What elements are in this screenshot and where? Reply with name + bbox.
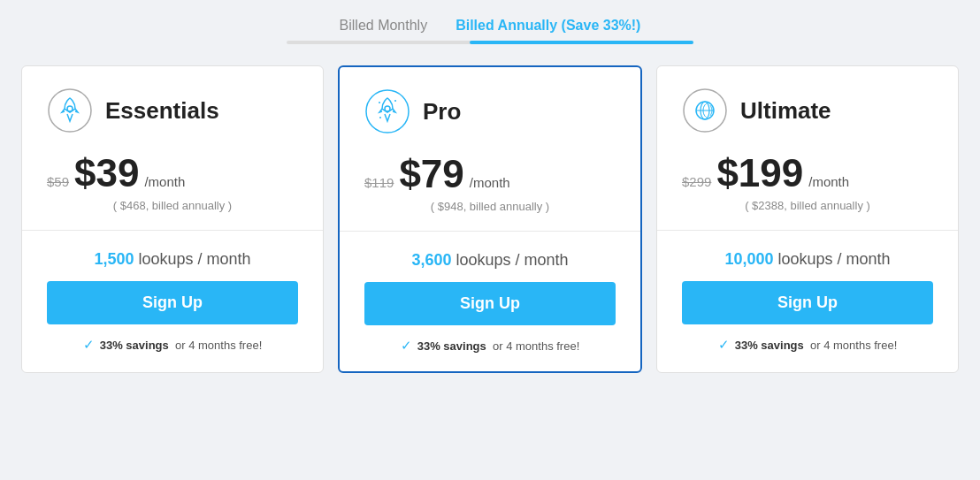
price-row-pro: $119 $79 /month — [364, 152, 616, 196]
card-bottom-pro: 3,600 lookups / month Sign Up ✓ 33% savi… — [340, 232, 640, 371]
plan-name-essentials: Essentials — [105, 97, 219, 125]
savings-highlight-essentials: 33% savings — [100, 339, 169, 352]
svg-point-4 — [379, 102, 380, 103]
new-price-essentials: $39 — [74, 151, 139, 195]
pricing-cards: Essentials $59 $39 /month ( $468, billed… — [21, 65, 959, 373]
lookups-label-pro: lookups / month — [456, 251, 568, 269]
svg-point-0 — [49, 89, 91, 132]
billing-annually[interactable]: Billed Annually (Save 33%!) — [456, 18, 640, 34]
card-top-ultimate: Ultimate $299 $199 /month ( $2388, bille… — [657, 66, 958, 231]
check-icon-pro: ✓ — [401, 338, 412, 354]
new-price-pro: $79 — [399, 152, 463, 196]
svg-point-6 — [379, 117, 381, 118]
lookups-ultimate: 10,000 lookups / month — [724, 250, 890, 269]
savings-text-essentials: 33% savings or 4 months free! — [100, 339, 263, 352]
card-header-ultimate: Ultimate — [682, 88, 933, 133]
per-month-essentials: /month — [144, 174, 185, 189]
billing-slider[interactable] — [287, 41, 693, 44]
old-price-pro: $119 — [364, 175, 394, 190]
signup-button-ultimate[interactable]: Sign Up — [682, 281, 933, 324]
card-bottom-ultimate: 10,000 lookups / month Sign Up ✓ 33% sav… — [657, 231, 958, 370]
savings-highlight-ultimate: 33% savings — [735, 339, 804, 352]
billing-toggle: Billed Monthly Billed Annually (Save 33%… — [340, 18, 641, 34]
savings-note-ultimate: ✓ 33% savings or 4 months free! — [718, 337, 898, 353]
card-bottom-essentials: 1,500 lookups / month Sign Up ✓ 33% savi… — [22, 231, 323, 370]
signup-button-essentials[interactable]: Sign Up — [47, 281, 298, 324]
billing-monthly[interactable]: Billed Monthly — [340, 18, 428, 34]
check-icon-essentials: ✓ — [83, 337, 95, 353]
savings-note-pro: ✓ 33% savings or 4 months free! — [401, 338, 580, 354]
lookups-label-ultimate: lookups / month — [778, 250, 891, 268]
check-icon-ultimate: ✓ — [718, 337, 730, 353]
old-price-essentials: $59 — [47, 174, 69, 189]
annual-note-ultimate: ( $2388, billed annually ) — [682, 199, 933, 212]
lookups-essentials: 1,500 lookups / month — [94, 250, 250, 269]
savings-highlight-pro: 33% savings — [417, 339, 486, 353]
lookups-count-ultimate: 10,000 — [724, 250, 773, 268]
card-top-essentials: Essentials $59 $39 /month ( $468, billed… — [22, 66, 323, 231]
lookups-pro: 3,600 lookups / month — [411, 251, 568, 270]
signup-button-pro[interactable]: Sign Up — [364, 282, 616, 325]
new-price-ultimate: $199 — [716, 151, 803, 195]
price-row-ultimate: $299 $199 /month — [682, 151, 933, 195]
savings-note-essentials: ✓ 33% savings or 4 months free! — [83, 337, 263, 353]
rocket-icon — [47, 88, 93, 133]
per-month-ultimate: /month — [808, 174, 849, 189]
lookups-count-pro: 3,600 — [411, 251, 451, 269]
annual-note-essentials: ( $468, billed annually ) — [47, 199, 298, 212]
card-header-essentials: Essentials — [47, 88, 298, 133]
card-top-pro: Pro $119 $79 /month ( $948, billed annua… — [340, 67, 640, 232]
savings-text-ultimate: 33% savings or 4 months free! — [735, 339, 898, 352]
rocket-sparkle-icon — [364, 88, 410, 134]
per-month-pro: /month — [470, 175, 510, 190]
card-header-pro: Pro — [364, 88, 616, 134]
plan-name-ultimate: Ultimate — [740, 97, 831, 125]
lookups-count-essentials: 1,500 — [94, 250, 134, 268]
plan-card-pro: Pro $119 $79 /month ( $948, billed annua… — [338, 65, 642, 373]
old-price-ultimate: $299 — [682, 174, 711, 189]
price-row-essentials: $59 $39 /month — [47, 151, 298, 195]
svg-point-5 — [394, 100, 396, 102]
plan-name-pro: Pro — [423, 98, 461, 126]
savings-text-pro: 33% savings or 4 months free! — [417, 339, 580, 353]
globe-rocket-icon — [682, 88, 728, 133]
plan-card-essentials: Essentials $59 $39 /month ( $468, billed… — [21, 65, 324, 373]
annual-note-pro: ( $948, billed annually ) — [364, 200, 616, 213]
lookups-label-essentials: lookups / month — [138, 250, 250, 268]
plan-card-ultimate: Ultimate $299 $199 /month ( $2388, bille… — [656, 65, 959, 373]
